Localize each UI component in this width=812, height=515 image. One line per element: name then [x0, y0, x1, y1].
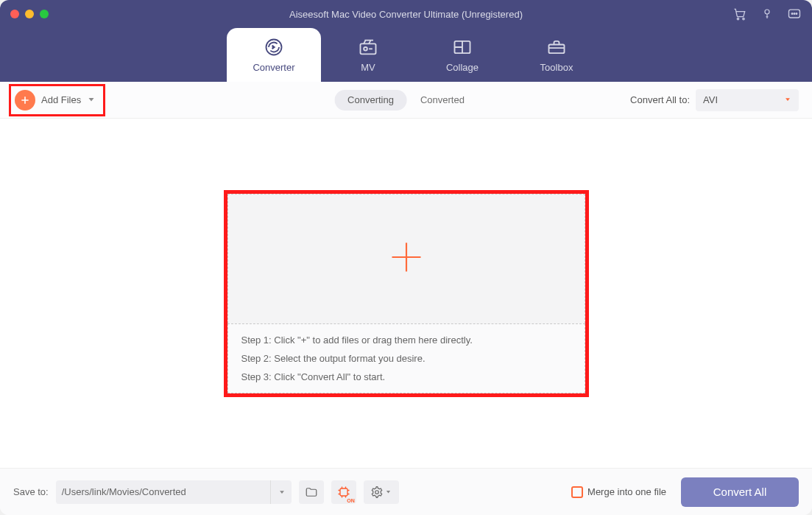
main-area: Step 1: Click "+" to add files or drag t… [0, 119, 812, 468]
output-format-select[interactable]: AVI [696, 89, 799, 111]
svg-marker-14 [785, 98, 790, 101]
title-bar: Aiseesoft Mac Video Converter Ultimate (… [0, 0, 812, 28]
key-icon[interactable] [760, 7, 774, 21]
svg-point-0 [737, 18, 738, 20]
svg-rect-9 [361, 43, 376, 54]
titlebar-actions [732, 7, 802, 21]
svg-point-5 [794, 13, 795, 15]
feedback-icon[interactable] [787, 7, 802, 21]
main-tabs: Converter MV Collage Toolbox [0, 28, 812, 82]
bottom-bar: Save to: /Users/link/Movies/Converted ON… [0, 468, 812, 515]
segment-converted[interactable]: Converted [407, 90, 478, 111]
cart-icon[interactable] [732, 7, 747, 21]
tab-toolbox[interactable]: Toolbox [509, 28, 604, 82]
save-path-value: /Users/link/Movies/Converted [62, 486, 186, 497]
tab-mv-label: MV [361, 62, 375, 73]
dropzone-highlight: Step 1: Click "+" to add files or drag t… [224, 190, 589, 397]
tab-toolbox-label: Toolbox [540, 62, 573, 73]
chevron-down-icon [385, 488, 392, 495]
gpu-on-badge: ON [347, 498, 355, 503]
merge-checkbox[interactable]: Merge into one file [571, 486, 666, 498]
add-files-highlight: Add Files [9, 84, 105, 116]
conversion-segment: Converting Converted [334, 90, 478, 111]
svg-point-1 [743, 18, 744, 20]
tab-collage[interactable]: Collage [415, 28, 509, 82]
step-1: Step 1: Click "+" to add files or drag t… [241, 334, 571, 346]
dropzone[interactable]: Step 1: Click "+" to add files or drag t… [227, 194, 585, 393]
app-window: Aiseesoft Mac Video Converter Ultimate (… [0, 0, 812, 515]
svg-point-17 [375, 490, 379, 494]
svg-marker-18 [386, 491, 390, 493]
add-files-button[interactable] [15, 90, 35, 111]
tab-converter-label: Converter [253, 62, 294, 73]
plus-icon [387, 238, 426, 279]
svg-point-4 [791, 13, 793, 15]
svg-rect-12 [549, 45, 565, 54]
output-format-value: AVI [703, 94, 718, 105]
svg-point-2 [765, 10, 769, 14]
merge-label: Merge into one file [587, 486, 666, 497]
window-controls [10, 10, 49, 18]
close-window-button[interactable] [10, 10, 19, 18]
convert-all-to-label: Convert All to: [630, 94, 690, 105]
svg-marker-8 [272, 45, 275, 49]
sub-toolbar: Add Files Converting Converted Convert A… [0, 82, 812, 119]
window-title: Aiseesoft Mac Video Converter Ultimate (… [0, 9, 812, 20]
svg-rect-16 [340, 488, 347, 496]
dropdown-triangle-icon [784, 94, 791, 105]
dropzone-top[interactable] [227, 194, 585, 323]
open-folder-button[interactable] [299, 480, 324, 504]
step-3: Step 3: Click "Convert All" to start. [241, 371, 571, 382]
add-files-label: Add Files [41, 94, 81, 105]
settings-button[interactable] [364, 480, 399, 504]
tab-collage-label: Collage [446, 62, 479, 73]
gpu-accel-button[interactable]: ON [331, 480, 356, 504]
save-path-dropdown-icon [270, 480, 286, 504]
tab-converter[interactable]: Converter [227, 28, 321, 82]
dropzone-steps: Step 1: Click "+" to add files or drag t… [227, 323, 585, 393]
segment-converting[interactable]: Converting [334, 90, 407, 111]
tab-mv[interactable]: MV [321, 28, 415, 82]
svg-marker-15 [280, 491, 284, 494]
convert-all-to: Convert All to: AVI [630, 89, 799, 111]
minimize-window-button[interactable] [25, 10, 34, 18]
svg-marker-13 [89, 98, 94, 102]
maximize-window-button[interactable] [40, 10, 49, 18]
svg-point-6 [796, 13, 797, 15]
checkbox-icon [571, 486, 583, 498]
save-to-label: Save to: [13, 486, 49, 497]
save-path-select[interactable]: /Users/link/Movies/Converted [56, 480, 292, 504]
convert-all-button[interactable]: Convert All [681, 477, 799, 507]
svg-point-10 [364, 47, 367, 51]
add-files-dropdown-icon[interactable] [87, 94, 96, 107]
step-2: Step 2: Select the output format you des… [241, 353, 571, 364]
